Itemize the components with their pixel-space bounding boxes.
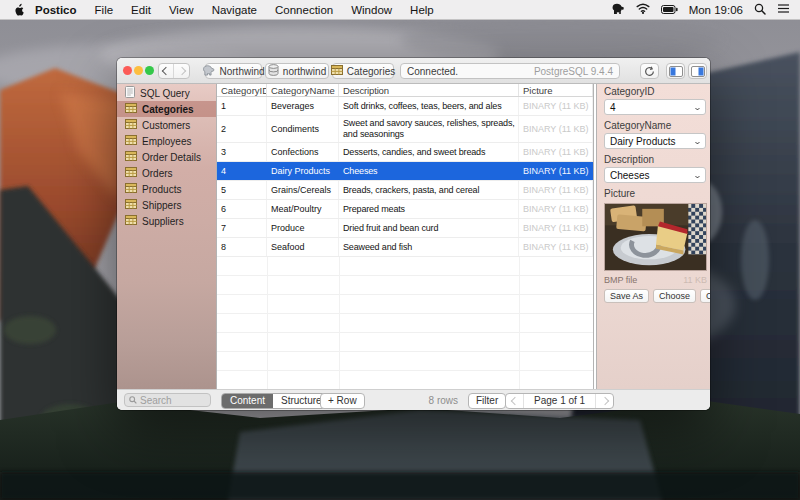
table-cell[interactable]: Produce (267, 219, 339, 237)
sidebar-item-label: Customers (142, 120, 190, 131)
postgres-elephant-icon[interactable] (611, 3, 625, 17)
table-cell[interactable]: 3 (217, 143, 267, 161)
table-cell[interactable]: Seafood (267, 238, 339, 256)
toggle-inspector-button[interactable] (688, 63, 707, 79)
segment-content[interactable]: Content (222, 394, 273, 408)
table-cell[interactable]: 4 (217, 162, 267, 180)
column-header-description[interactable]: Description (339, 84, 519, 96)
table-cell[interactable]: Soft drinks, coffees, teas, beers, and a… (339, 97, 519, 115)
breadcrumb-northwind[interactable]: northwind (265, 63, 329, 79)
sidebar-item-orders[interactable]: Orders (117, 165, 216, 181)
sidebar-item-employees[interactable]: Employees (117, 133, 216, 149)
choose-button[interactable]: Choose (653, 289, 696, 303)
breadcrumb-northwind[interactable]: Northwind (205, 63, 262, 79)
previous-page-button[interactable] (506, 394, 523, 408)
filter-button[interactable]: Filter (468, 393, 506, 409)
table-cell[interactable]: 5 (217, 181, 267, 199)
table-cell[interactable]: Confections (267, 143, 339, 161)
table-cell[interactable]: Beverages (267, 97, 339, 115)
menu-help[interactable]: Help (410, 4, 434, 16)
table-row[interactable]: 8SeafoodSeaweed and fishBINARY (11 KB) (217, 238, 593, 257)
table-cell[interactable]: BINARY (11 KB) (519, 97, 593, 115)
field-combo-categoryname[interactable]: Dairy Products⌄ (604, 133, 706, 149)
table-row[interactable]: 6Meat/PoultryPrepared meatsBINARY (11 KB… (217, 200, 593, 219)
table-cell[interactable]: Breads, crackers, pasta, and cereal (339, 181, 519, 199)
refresh-button[interactable] (640, 63, 659, 79)
add-row-button[interactable]: + Row (320, 393, 365, 409)
menu-navigate[interactable]: Navigate (212, 4, 257, 16)
table-cell[interactable]: Grains/Cereals (267, 181, 339, 199)
table-cell[interactable]: 7 (217, 219, 267, 237)
window-toolbar: NorthwindnorthwindCategories Connected. … (117, 58, 710, 84)
table-row[interactable]: 2CondimentsSweet and savory sauces, reli… (217, 116, 593, 143)
minimize-button[interactable] (134, 66, 143, 75)
table-cell[interactable]: Cheeses (339, 162, 519, 180)
sidebar-item-order-details[interactable]: Order Details (117, 149, 216, 165)
next-page-button[interactable] (596, 394, 613, 408)
forward-button[interactable] (174, 64, 189, 78)
apple-menu-icon[interactable] (14, 3, 25, 16)
menu-connection[interactable]: Connection (275, 4, 333, 16)
table-cell[interactable]: 6 (217, 200, 267, 218)
table-cell[interactable]: 1 (217, 97, 267, 115)
search-input[interactable] (140, 395, 200, 406)
column-header-categoryid[interactable]: CategoryID (217, 84, 267, 96)
battery-icon[interactable] (661, 4, 678, 16)
sidebar-item-shippers[interactable]: Shippers (117, 197, 216, 213)
sidebar-item-sql-query[interactable]: SQL Query (117, 85, 216, 101)
table-row[interactable]: 5Grains/CerealsBreads, crackers, pasta, … (217, 181, 593, 200)
notification-center-icon[interactable] (777, 3, 790, 16)
back-button[interactable] (159, 64, 174, 78)
sidebar-item-customers[interactable]: Customers (117, 117, 216, 133)
app-menu[interactable]: Postico (35, 4, 77, 16)
save-as-button[interactable]: Save As (604, 289, 649, 303)
table-cell[interactable]: BINARY (11 KB) (519, 162, 593, 180)
menu-file[interactable]: File (95, 4, 114, 16)
search-field[interactable] (124, 393, 211, 407)
desktop: Postico FileEditViewNavigateConnectionWi… (0, 0, 800, 500)
menu-window[interactable]: Window (351, 4, 392, 16)
table-row[interactable]: 7ProduceDried fruit and bean curdBINARY … (217, 219, 593, 238)
table-cell[interactable]: BINARY (11 KB) (519, 200, 593, 218)
table-cell[interactable]: Desserts, candies, and sweet breads (339, 143, 519, 161)
breadcrumb-categories[interactable]: Categories (332, 63, 394, 79)
sidebar-item-products[interactable]: Products (117, 181, 216, 197)
table-cell[interactable]: BINARY (11 KB) (519, 238, 593, 256)
table-cell[interactable]: Dairy Products (267, 162, 339, 180)
sidebar-item-categories[interactable]: Categories (117, 101, 216, 117)
spotlight-icon[interactable] (754, 3, 766, 17)
table-cell[interactable]: 2 (217, 116, 267, 142)
table-cell[interactable]: BINARY (11 KB) (519, 116, 593, 142)
column-header-picture[interactable]: Picture (519, 84, 593, 96)
table-cell[interactable]: Meat/Poultry (267, 200, 339, 218)
sidebar-item-suppliers[interactable]: Suppliers (117, 213, 216, 229)
clear-button[interactable]: Clear (700, 289, 710, 303)
table-cell[interactable]: Sweet and savory sauces, relishes, sprea… (339, 116, 519, 142)
field-combo-categoryid[interactable]: 4⌄ (604, 99, 706, 115)
table-row[interactable]: 3ConfectionsDesserts, candies, and sweet… (217, 143, 593, 162)
table-row[interactable]: 4Dairy ProductsCheesesBINARY (11 KB) (217, 162, 593, 181)
close-button[interactable] (123, 66, 132, 75)
table-cell[interactable]: BINARY (11 KB) (519, 219, 593, 237)
table-cell[interactable]: 8 (217, 238, 267, 256)
toggle-sidebar-button[interactable] (666, 63, 685, 79)
page-indicator[interactable]: Page 1 of 1 (523, 394, 596, 408)
table-cell[interactable]: Condiments (267, 116, 339, 142)
table-icon (125, 199, 137, 211)
table-cell[interactable]: Prepared meats (339, 200, 519, 218)
field-combo-description[interactable]: Cheeses⌄ (604, 167, 706, 183)
wifi-icon[interactable] (636, 3, 650, 16)
table-cell[interactable]: BINARY (11 KB) (519, 181, 593, 199)
menu-view[interactable]: View (169, 4, 194, 16)
table-cell[interactable]: BINARY (11 KB) (519, 143, 593, 161)
sidebar-item-label: Order Details (142, 152, 201, 163)
table-row[interactable]: 1BeveragesSoft drinks, coffees, teas, be… (217, 97, 593, 116)
server-elephant-icon (202, 65, 215, 78)
table-cell[interactable]: Dried fruit and bean curd (339, 219, 519, 237)
menu-bar-clock[interactable]: Mon 19:06 (689, 4, 743, 16)
connection-status-text: Connected. (407, 66, 458, 77)
zoom-button[interactable] (145, 66, 154, 75)
column-header-categoryname[interactable]: CategoryName (267, 84, 339, 96)
menu-edit[interactable]: Edit (131, 4, 151, 16)
table-cell[interactable]: Seaweed and fish (339, 238, 519, 256)
